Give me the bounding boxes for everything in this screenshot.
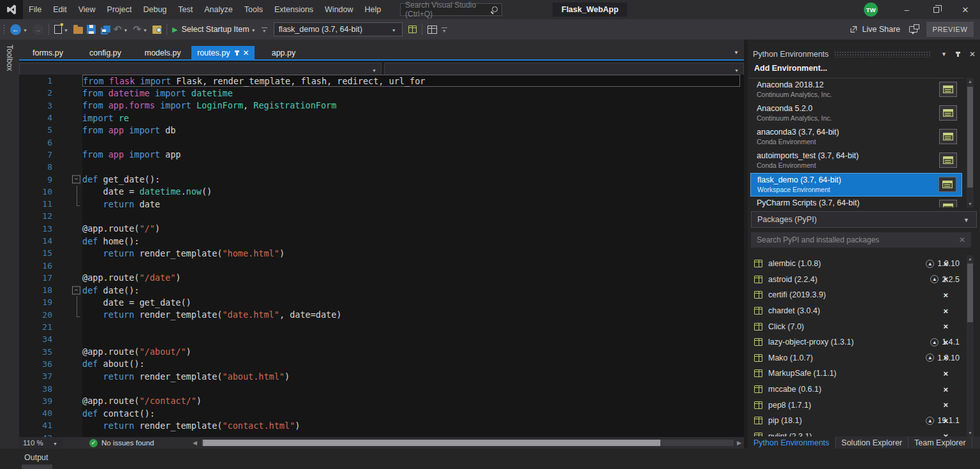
type-dropdown[interactable]: ▼ — [19, 63, 382, 75]
menu-item-debug[interactable]: Debug — [137, 0, 172, 19]
chevron-down-icon[interactable]: ▼ — [23, 28, 27, 33]
close-tab-icon[interactable]: ✕ — [242, 48, 249, 57]
scroll-down-icon[interactable]: ▼ — [967, 431, 974, 435]
code-line[interactable]: 41 return render_template("contact.html"… — [19, 419, 744, 431]
uninstall-package-icon[interactable]: × — [943, 385, 948, 394]
code-line[interactable]: 2from datetime import datetime — [19, 87, 744, 99]
chevron-down-icon[interactable]: ▼ — [251, 28, 256, 33]
chevron-down-icon[interactable]: ▼ — [143, 28, 147, 33]
window-layout-button[interactable] — [427, 26, 437, 34]
redo-button[interactable]: ↷▼ — [133, 24, 149, 35]
fold-start-icon[interactable] — [59, 173, 82, 185]
scroll-up-icon[interactable]: ▲ — [967, 79, 974, 84]
open-interactive-window-button[interactable] — [939, 153, 957, 168]
pin-icon[interactable] — [957, 52, 959, 57]
code-line[interactable]: 34 — [19, 333, 744, 345]
menu-item-extensions[interactable]: Extensions — [269, 0, 319, 19]
uninstall-package-icon[interactable]: × — [943, 290, 948, 300]
navigate-back-button[interactable]: ←▼ — [10, 24, 29, 35]
open-file-button[interactable] — [73, 25, 83, 34]
panel-tab-python-environments[interactable]: Python Environments — [748, 436, 836, 449]
menu-item-project[interactable]: Project — [101, 0, 138, 19]
close-button[interactable]: ✕ — [951, 0, 980, 19]
pin-icon[interactable] — [236, 50, 238, 56]
toolbar-grip[interactable] — [3, 24, 6, 34]
code-line[interactable]: 14def home(): — [19, 235, 744, 247]
uninstall-package-icon[interactable]: × — [943, 338, 948, 347]
uninstall-package-icon[interactable]: × — [943, 416, 948, 426]
package-row[interactable]: lazy-object-proxy (1.3.1)▲1.4.1× — [748, 334, 965, 350]
scroll-right-arrow[interactable]: ▶ — [737, 440, 741, 446]
code-line[interactable]: 19 date = get_date() — [19, 296, 744, 308]
code-line[interactable]: 8 — [19, 161, 744, 173]
menu-item-view[interactable]: View — [73, 0, 101, 19]
minimize-button[interactable]: – — [892, 0, 921, 19]
open-interactive-window-button[interactable] — [939, 82, 957, 97]
editor-tab-config-py[interactable]: config.py — [77, 46, 134, 59]
uninstall-package-icon[interactable]: × — [943, 259, 948, 269]
uninstall-package-icon[interactable]: × — [943, 322, 948, 331]
new-file-button[interactable]: ▼ — [54, 25, 70, 34]
toolbox-tab[interactable]: Toolbox — [0, 40, 19, 449]
code-line[interactable]: 4import re — [19, 112, 744, 124]
scroll-up-icon[interactable]: ▲ — [967, 257, 974, 261]
packages-source-combo[interactable]: Packages (PyPI)▼ — [751, 211, 977, 228]
zoom-combo[interactable]: 110 %▼ — [19, 437, 63, 449]
package-row[interactable]: MarkupSafe (1.1.1)× — [748, 366, 965, 382]
undo-button[interactable]: ↶▼ — [114, 24, 130, 35]
menu-item-tools[interactable]: Tools — [239, 0, 269, 19]
environment-row[interactable]: anaconda3 (3.7, 64-bit)Conda Environment — [750, 126, 962, 149]
environment-row[interactable]: flask_demo (3.7, 64-bit)Workspace Enviro… — [750, 173, 962, 197]
code-line[interactable]: 18def date(): — [19, 284, 744, 296]
menu-item-edit[interactable]: Edit — [47, 0, 73, 19]
environment-combo[interactable]: flask_demo (3.7, 64-bit)▼ — [274, 22, 403, 36]
code-editor[interactable]: 1from flask import Flask, render_templat… — [19, 75, 744, 437]
editor-tab-models-py[interactable]: models.py — [134, 46, 191, 59]
environment-scrollbar[interactable]: ▲ ▼ — [967, 78, 974, 207]
package-row[interactable]: chardet (3.0.4)× — [748, 303, 965, 319]
scrollbar-thumb[interactable] — [203, 440, 660, 446]
scroll-left-arrow[interactable]: ◀ — [193, 440, 197, 446]
open-interactive-window-button[interactable] — [939, 177, 956, 192]
code-line[interactable]: 17@app.route("/date") — [19, 272, 744, 284]
menu-item-analyze[interactable]: Analyze — [198, 0, 238, 19]
scroll-down-icon[interactable]: ▼ — [967, 202, 974, 206]
start-debug-button[interactable]: ▶Select Startup Item▼ — [172, 25, 257, 34]
code-line[interactable]: 7from app import app — [19, 149, 744, 161]
code-line[interactable]: 36def about(): — [19, 358, 744, 370]
package-row[interactable]: pylint (2.3.1)× — [748, 429, 965, 436]
code-line[interactable]: 15 return render_template("home.html") — [19, 247, 744, 259]
code-line[interactable]: 16 — [19, 259, 744, 271]
user-avatar[interactable]: TW — [864, 3, 878, 17]
member-dropdown[interactable]: ▼ — [384, 63, 744, 75]
uninstall-package-icon[interactable]: × — [943, 353, 948, 362]
preview-button[interactable]: PREVIEW — [926, 22, 974, 37]
open-interactive-window-button[interactable] — [939, 105, 957, 121]
uninstall-package-icon[interactable]: × — [943, 369, 948, 378]
code-line[interactable]: 39@app.route("/contact/") — [19, 395, 744, 407]
panel-tab-team-explorer[interactable]: Team Explorer — [909, 436, 972, 449]
code-line[interactable]: 21 — [19, 321, 744, 333]
package-row[interactable]: pip (18.1)▲19.1.1× — [748, 413, 965, 429]
save-all-button[interactable] — [100, 25, 110, 34]
menu-item-test[interactable]: Test — [172, 0, 198, 19]
feedback-icon[interactable] — [909, 26, 917, 33]
clear-search-icon[interactable]: ✕ — [959, 235, 965, 244]
package-row[interactable]: alembic (1.0.8)▲1.0.10× — [748, 256, 965, 272]
code-line[interactable]: 13@app.route("/") — [19, 223, 744, 235]
quick-search-box[interactable]: Search Visual Studio (Ctrl+Q) — [400, 3, 502, 16]
add-environment-link[interactable]: Add Environment... — [754, 64, 828, 73]
package-row[interactable]: certifi (2019.3.9)× — [748, 287, 965, 303]
output-dropdown-stub[interactable] — [22, 465, 52, 469]
uninstall-package-icon[interactable]: × — [943, 400, 948, 410]
search-icon[interactable] — [491, 6, 497, 13]
environment-row[interactable]: PyCharm Scripts (3.7, 64-bit) — [750, 197, 962, 207]
navigate-forward-button[interactable]: → — [33, 24, 43, 35]
live-share-button[interactable]: Live Share — [849, 25, 900, 34]
code-line[interactable]: 6 — [19, 136, 744, 148]
code-line[interactable]: 11 return date — [19, 198, 744, 210]
document-list-dropdown-icon[interactable]: ▼ — [734, 50, 739, 56]
environment-row[interactable]: autoimports_test (3.7, 64-bit)Conda Envi… — [750, 149, 962, 173]
package-row[interactable]: pep8 (1.7.1)× — [748, 397, 965, 413]
scrollbar-thumb[interactable] — [967, 264, 973, 322]
